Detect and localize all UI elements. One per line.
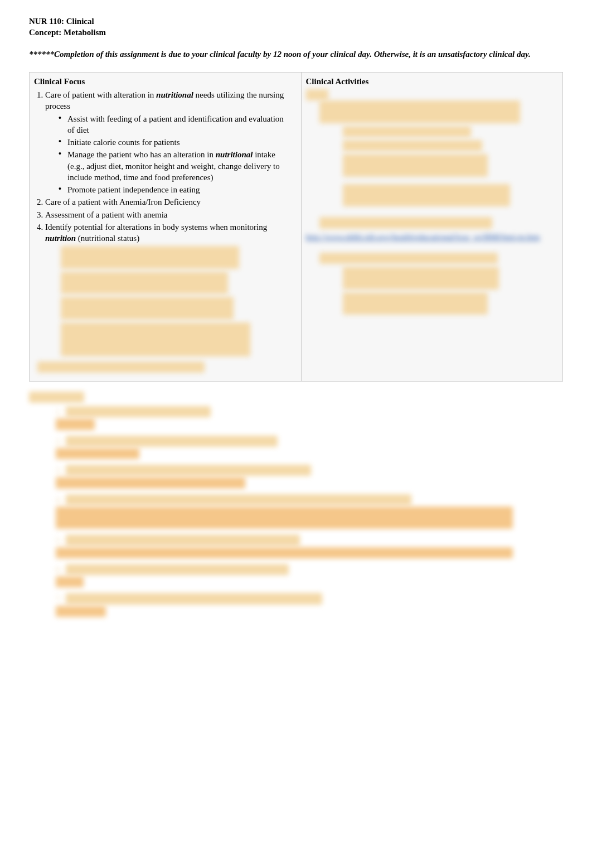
clinical-focus-column: Clinical Focus Care of patient with alte… bbox=[30, 73, 291, 381]
focus-item-4-emph: nutrition bbox=[45, 234, 76, 243]
activity-line-5: Write a short note of your assessment an… bbox=[343, 184, 510, 207]
hidden-item-5: Diabetic focused nutrition - educational bbox=[37, 361, 205, 373]
bmi-q3: 3.What medical conditions might be assoc… bbox=[56, 465, 563, 489]
bmi-q7: 7.How much does one liter of water weigh… bbox=[56, 593, 563, 617]
bmi-q6: 6.How many calories constitute one pound… bbox=[56, 564, 563, 588]
clinical-focus-list: Care of patient with alteration in nutri… bbox=[34, 89, 287, 359]
activity-line-3: 60% on the post simulation quiz bbox=[343, 140, 482, 151]
bmi-q1: 1.What BMI is considered "normal"? 18.5-… bbox=[56, 406, 563, 430]
bullet-calorie: Initiate calorie counts for patients bbox=[59, 137, 287, 148]
clinical-activities-title: Clinical Activities bbox=[306, 76, 559, 87]
bullet-manage: Manage the patient who has an alteration… bbox=[59, 149, 287, 183]
bmi-q1-a: 18.5-24.9 bbox=[56, 418, 95, 430]
focus-item-1-emph: nutritional bbox=[156, 90, 193, 99]
bmi-q2-a: athletes or the elderly bbox=[56, 448, 139, 459]
bmi-q6-a: 3,500 bbox=[56, 576, 84, 587]
assignment-note: ******Completion of this assignment is d… bbox=[29, 49, 563, 60]
bmi-q7-a: 2.2 lbs, 1kg bbox=[56, 606, 106, 617]
focus-item-4: Identify potential for alterations in bo… bbox=[45, 221, 287, 359]
clinical-focus-title: Clinical Focus bbox=[34, 76, 287, 87]
focus-item-2: Care of a patient with Anemia/Iron Defic… bbox=[45, 196, 287, 208]
activity-line-2: 20% on the pre-simulation and bbox=[343, 126, 471, 137]
hidden-sub-2: Provide adhesive through ambulation or a… bbox=[61, 272, 228, 295]
bullet-manage-pre: Manage the patient who has an alteration… bbox=[67, 150, 216, 159]
bmi-q1-q: What BMI is considered "normal"? bbox=[66, 406, 211, 417]
bmi-q3-q: What medical conditions might be associa… bbox=[66, 465, 311, 476]
hidden-sub-4: Compare patient side effects of tube fee… bbox=[61, 322, 250, 356]
bullet-independence: Promote patient independence in eating bbox=[59, 184, 287, 195]
activity-line-4: Compete all the patient education questi… bbox=[343, 154, 488, 177]
bmi-q5: 5.What might you suggest if your patient… bbox=[56, 534, 563, 558]
course-code: NUR 110: Clinical bbox=[29, 16, 563, 27]
link-intro: Use the link below to determine your BMI bbox=[319, 217, 492, 228]
focus-item-4-pre: Identify potential for alterations in bo… bbox=[45, 223, 267, 232]
bmi-q2: 2.Who might get an inaccurate or skewed … bbox=[56, 436, 563, 460]
focus-item-1-bullets: Assist with feeding of a patient and ide… bbox=[45, 113, 287, 196]
bmi-q4-a: the way to do it is getting necessary ca… bbox=[56, 507, 513, 529]
bullet-feeding: Assist with feeding of a patient and ide… bbox=[59, 113, 287, 136]
concept-map-3: Discuss nursing signs and feeding abbrev… bbox=[343, 292, 488, 315]
bullet-manage-emph: nutritional bbox=[216, 150, 253, 159]
concept-map-1: Design a Concept Map on Adult/BMI value bbox=[319, 253, 498, 264]
bmi-q4: 4.Of course, being the advocate, what mi… bbox=[56, 494, 563, 529]
hidden-sub-3: Care of a patient receiving enteral and … bbox=[61, 297, 234, 320]
focus-item-1: Care of patient with alteration in nutri… bbox=[45, 89, 287, 195]
activity-line-1: Complete 3 case on Christopher Parrish S… bbox=[319, 100, 520, 123]
week-label: Week: bbox=[306, 89, 329, 100]
bmi-q5-a: recommend consulting higher caloric food… bbox=[56, 547, 513, 558]
document-header: NUR 110: Clinical Concept: Metabolism bbox=[29, 16, 563, 38]
focus-item-1-pre: Care of patient with alteration in bbox=[45, 90, 156, 99]
bmi-q2-q: Who might get an inaccurate or skewed BM… bbox=[66, 436, 278, 447]
bmi-section: BMI questions: 1.What BMI is considered … bbox=[29, 392, 563, 617]
focus-item-4-post: (nutritional status) bbox=[76, 234, 139, 243]
bmi-qa-list: 1.What BMI is considered "normal"? 18.5-… bbox=[29, 406, 563, 617]
hidden-sub-1: Monitor patient output for changes from … bbox=[61, 246, 239, 269]
bmi-link[interactable]: http://www.nhlbi.nih.gov/health/educatio… bbox=[306, 232, 540, 243]
bmi-q3-a: high blood pressure, type 2 diabetes, he… bbox=[56, 477, 245, 488]
bmi-q4-q: Of course, being the advocate, what migh… bbox=[66, 494, 411, 505]
hidden-subitems: Monitor patient output for changes from … bbox=[45, 246, 287, 359]
bmi-q5-q: What might you suggest if your patient w… bbox=[66, 534, 300, 546]
focus-item-3: Assessment of a patient with anemia bbox=[45, 209, 287, 220]
bmi-section-title: BMI questions: bbox=[29, 392, 84, 403]
bmi-q7-q: How much does one liter of water weigh i… bbox=[66, 593, 322, 604]
concept-map-2: Include: profiles of feeding methods, st… bbox=[343, 267, 499, 290]
bmi-q6-q: How many calories constitute one pound o… bbox=[66, 564, 289, 575]
two-column-layout: Clinical Focus Care of patient with alte… bbox=[29, 72, 563, 382]
concept-line: Concept: Metabolism bbox=[29, 27, 563, 38]
clinical-activities-column: Clinical Activities Week: Complete 3 cas… bbox=[301, 73, 563, 381]
